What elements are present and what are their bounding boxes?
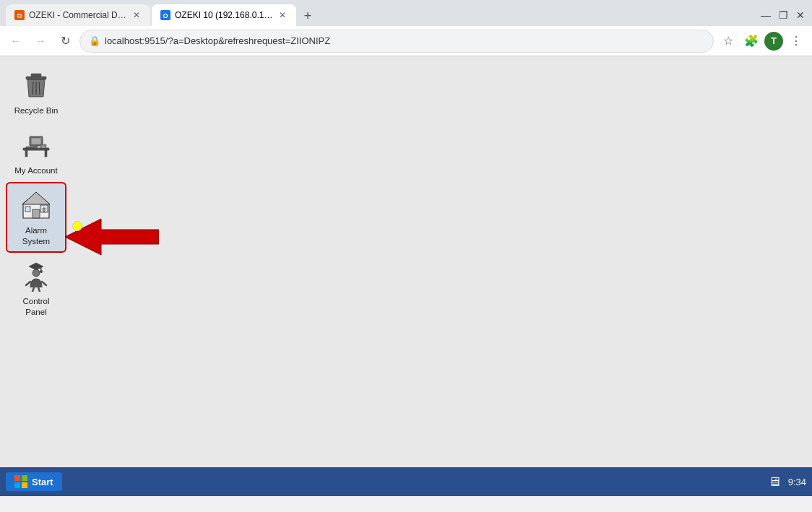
browser-chrome: O OZEKI - Commercial Download ✕ O OZEKI … [0,0,812,56]
svg-rect-21 [33,209,40,218]
address-bar[interactable]: 🔒 localhost:9515/?a=Desktop&refreshreque… [79,30,714,53]
title-bar: O OZEKI - Commercial Download ✕ O OZEKI … [0,0,812,26]
new-tab-button[interactable]: + [298,6,318,26]
tabs-area: O OZEKI - Commercial Download ✕ O OZEKI … [6,4,760,26]
taskbar-time: 9:34 [788,477,806,487]
tab2-close-button[interactable]: ✕ [277,10,288,20]
my-account-image [19,128,53,162]
taskbar-right: 🖥 9:34 [768,474,806,490]
desktop-icons-container: Recycle Bin [0,56,812,325]
forward-button[interactable]: → [30,31,51,51]
svg-rect-10 [25,150,27,157]
tab1-close-button[interactable]: ✕ [131,10,142,20]
svg-line-30 [42,282,46,285]
browser-menu-button[interactable]: ⋮ [786,31,806,51]
svg-rect-11 [45,150,47,157]
start-label: Start [32,477,53,487]
taskbar: Start 🖥 9:34 [0,467,812,496]
tab1-favicon: O [14,10,25,20]
my-account-label: My Account [14,165,57,176]
bookmark-button[interactable]: ☆ [718,31,738,51]
tab-ozeki-commercial[interactable]: O OZEKI - Commercial Download ✕ [6,4,150,26]
svg-text:O: O [163,12,168,19]
svg-line-29 [26,282,30,285]
start-button[interactable]: Start [6,472,62,491]
recycle-bin-image [19,68,53,103]
tab-ozeki10[interactable]: O OZEKI 10 (192.168.0.113) ✕ [152,4,296,26]
recycle-bin-icon[interactable]: Recycle Bin [7,64,65,121]
control-panel-icon[interactable]: Control Panel [7,254,65,322]
control-panel-image [19,259,53,293]
tab2-title: OZEKI 10 (192.168.0.113) [175,10,273,20]
svg-rect-14 [35,146,38,148]
control-panel-label: Control Panel [22,296,49,318]
minimize-button[interactable]: — [760,9,772,21]
svg-rect-5 [31,74,41,77]
svg-rect-34 [14,475,20,481]
reload-button[interactable]: ↻ [55,31,75,51]
svg-point-27 [40,270,43,273]
tab2-favicon: O [160,10,170,20]
extensions-button[interactable]: 🧩 [741,31,761,51]
svg-rect-16 [26,147,35,148]
back-button[interactable]: ← [6,31,26,51]
svg-rect-4 [26,77,46,79]
alarm-system-icon[interactable]: Alarm System [7,183,65,251]
alarm-system-image [19,188,53,222]
address-text: localhost:9515/?a=Desktop&refreshrequest… [105,35,704,46]
close-button[interactable]: ✕ [795,9,806,21]
svg-rect-13 [31,138,41,144]
svg-rect-22 [25,207,30,212]
svg-line-32 [38,287,40,292]
user-avatar[interactable]: T [764,32,783,51]
desktop: Recycle Bin [0,56,812,496]
window-controls: — ❐ ✕ [760,9,806,21]
monitor-icon: 🖥 [768,474,781,490]
recycle-bin-label: Recycle Bin [14,105,59,116]
svg-rect-35 [22,475,27,481]
start-icon [14,475,27,488]
svg-line-31 [33,287,34,292]
restore-button[interactable]: ❐ [777,9,789,21]
my-account-icon[interactable]: My Account [7,123,65,181]
svg-rect-36 [14,482,20,488]
svg-rect-18 [42,146,45,148]
svg-point-24 [43,210,45,212]
svg-text:O: O [17,12,22,19]
nav-bar: ← → ↻ 🔒 localhost:9515/?a=Desktop&refres… [0,26,812,56]
alarm-system-label: Alarm System [22,225,50,247]
nav-right-icons: ☆ 🧩 T ⋮ [718,31,806,51]
tab1-title: OZEKI - Commercial Download [29,10,127,20]
cursor-dot [72,221,82,231]
svg-point-28 [33,269,40,277]
lock-icon: 🔒 [89,35,100,46]
svg-marker-20 [22,192,50,204]
svg-rect-37 [22,482,27,488]
